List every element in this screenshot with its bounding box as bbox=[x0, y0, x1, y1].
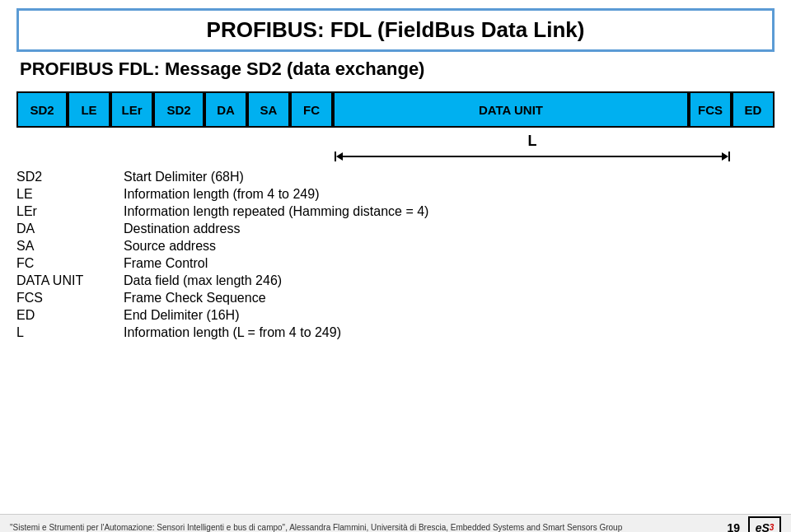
def-fcs: FCS Frame Check Sequence bbox=[16, 291, 775, 306]
arrow-tick-right bbox=[728, 152, 730, 161]
def-sd2: SD2 Start Delimiter (68H) bbox=[16, 170, 775, 184]
def-l: L Information length (L = from 4 to 249) bbox=[16, 325, 775, 340]
footer-logo-es: eS bbox=[756, 521, 770, 533]
main-title: PROFIBUS: FDL (FieldBus Data Link) bbox=[27, 17, 764, 43]
cell-da: DA bbox=[204, 91, 247, 128]
term-data-unit: DATA UNIT bbox=[16, 273, 124, 288]
term-ler: LEr bbox=[16, 204, 124, 219]
title-box: PROFIBUS: FDL (FieldBus Data Link) bbox=[16, 8, 775, 52]
term-fc: FC bbox=[16, 256, 124, 271]
arrow-shaft bbox=[343, 156, 722, 157]
l-arrow-area: L bbox=[335, 133, 730, 161]
main-container: PROFIBUS: FDL (FieldBus Data Link) PROFI… bbox=[0, 8, 791, 532]
term-da: DA bbox=[16, 222, 124, 236]
def-ed: ED End Delimiter (16H) bbox=[16, 308, 775, 323]
def-le: LE Information length (from 4 to 249) bbox=[16, 187, 775, 202]
cell-sa: SA bbox=[247, 91, 290, 128]
arrow-line bbox=[335, 152, 730, 161]
def-da: DA Destination address bbox=[16, 222, 775, 236]
cell-fcs: FCS bbox=[689, 91, 732, 128]
def-fc: FC Frame Control bbox=[16, 256, 775, 271]
def-ler: LEr Information length repeated (Hamming… bbox=[16, 204, 775, 219]
term-le: LE bbox=[16, 187, 124, 202]
term-sd2: SD2 bbox=[16, 170, 124, 184]
arrowhead-left bbox=[336, 152, 343, 161]
term-ed: ED bbox=[16, 308, 124, 323]
footer-logo-sup: 3 bbox=[770, 523, 775, 532]
desc-l: Information length (L = from 4 to 249) bbox=[124, 325, 775, 340]
cell-data-unit: DATA UNIT bbox=[333, 91, 689, 128]
footer-page-number: 19 bbox=[727, 521, 740, 533]
desc-ed: End Delimiter (16H) bbox=[124, 308, 775, 323]
definitions-table: SD2 Start Delimiter (68H) LE Information… bbox=[16, 170, 775, 340]
cell-sd2-first: SD2 bbox=[16, 91, 68, 128]
cell-sd2-second: SD2 bbox=[153, 91, 204, 128]
packet-area: SD2 LE LEr SD2 DA SA FC DATA UNIT FCS ED… bbox=[16, 91, 775, 166]
cell-ler: LEr bbox=[110, 91, 153, 128]
desc-le: Information length (from 4 to 249) bbox=[124, 187, 775, 202]
term-l: L bbox=[16, 325, 124, 340]
desc-fcs: Frame Check Sequence bbox=[124, 291, 775, 306]
desc-fc: Frame Control bbox=[124, 256, 775, 271]
l-label: L bbox=[528, 133, 537, 150]
footer-logo: eS3 bbox=[748, 516, 781, 533]
cell-le: LE bbox=[68, 91, 110, 128]
desc-da: Destination address bbox=[124, 222, 775, 236]
footer: "Sistemi e Strumenti per l'Automazione: … bbox=[0, 514, 791, 532]
term-sa: SA bbox=[16, 239, 124, 254]
desc-sa: Source address bbox=[124, 239, 775, 254]
arrowhead-right bbox=[722, 152, 728, 161]
def-sa: SA Source address bbox=[16, 239, 775, 254]
subtitle: PROFIBUS FDL: Message SD2 (data exchange… bbox=[16, 58, 775, 80]
term-fcs: FCS bbox=[16, 291, 124, 306]
def-data-unit: DATA UNIT Data field (max length 246) bbox=[16, 273, 775, 288]
packet-row: SD2 LE LEr SD2 DA SA FC DATA UNIT FCS ED bbox=[16, 91, 775, 128]
cell-fc: FC bbox=[290, 91, 333, 128]
desc-ler: Information length repeated (Hamming dis… bbox=[124, 204, 775, 219]
footer-text: "Sistemi e Strumenti per l'Automazione: … bbox=[10, 523, 727, 532]
desc-data-unit: Data field (max length 246) bbox=[124, 273, 775, 288]
cell-ed: ED bbox=[732, 91, 775, 128]
desc-sd2: Start Delimiter (68H) bbox=[124, 170, 775, 184]
